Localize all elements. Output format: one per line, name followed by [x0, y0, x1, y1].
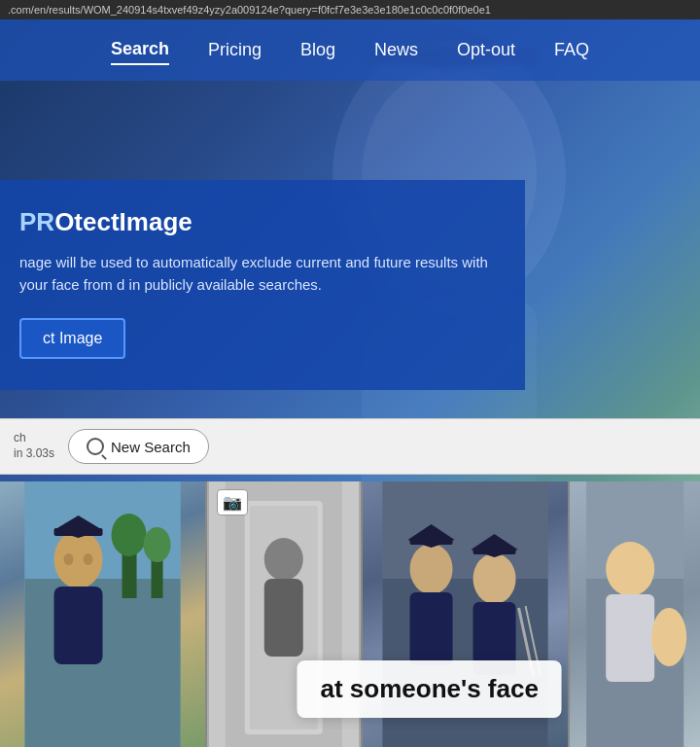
svg-rect-29 — [409, 592, 452, 665]
results-time-value: in 3.03s — [14, 446, 54, 462]
svg-point-26 — [409, 544, 452, 594]
search-icon — [87, 438, 104, 455]
nav-item-pricing[interactable]: Pricing — [208, 36, 262, 64]
svg-point-16 — [64, 553, 74, 565]
image-cell-4 — [570, 481, 700, 747]
navigation-bar: Search Pricing Blog News Opt-out FAQ — [0, 19, 700, 81]
nav-links: Search Pricing Blog News Opt-out FAQ — [111, 35, 589, 65]
svg-rect-40 — [606, 594, 654, 682]
results-time-label: ch — [14, 431, 54, 446]
new-search-button[interactable]: New Search — [68, 429, 209, 464]
protect-title-pr: PR — [19, 207, 54, 236]
grad-image-left-svg — [0, 481, 205, 747]
results-bar: ch in 3.03s New Search — [0, 418, 700, 475]
results-time: ch in 3.03s — [14, 431, 54, 461]
svg-point-30 — [472, 553, 515, 604]
image-cell-1 — [0, 481, 205, 747]
svg-point-39 — [606, 542, 654, 596]
camera-icon: 📷 — [217, 489, 248, 516]
nav-item-faq[interactable]: FAQ — [554, 36, 589, 64]
protect-image-button[interactable]: ct Image — [19, 318, 125, 359]
nav-item-blog[interactable]: Blog — [300, 36, 335, 64]
protect-description: nage will be used to automatically exclu… — [19, 251, 494, 297]
svg-point-41 — [651, 608, 686, 666]
new-search-label: New Search — [111, 439, 191, 455]
svg-rect-24 — [382, 481, 547, 579]
svg-rect-22 — [264, 579, 303, 657]
url-bar: .com/en/results/WOM_240914s4txvef49z4yzy… — [0, 0, 700, 19]
svg-point-12 — [54, 530, 103, 588]
svg-point-21 — [264, 538, 303, 581]
nav-item-optout[interactable]: Opt-out — [457, 36, 515, 64]
svg-point-9 — [112, 514, 147, 556]
protect-title: PROtectImage — [19, 207, 494, 237]
protect-image-card: PROtectImage nage will be used to automa… — [0, 180, 525, 390]
caption-overlay: at someone's face — [298, 660, 562, 718]
protect-title-rest: OtectImage — [54, 207, 192, 236]
nav-item-news[interactable]: News — [374, 36, 418, 64]
grad-image-right-svg — [570, 481, 700, 747]
svg-rect-15 — [54, 587, 103, 664]
nav-item-search[interactable]: Search — [111, 35, 169, 65]
svg-point-11 — [144, 527, 171, 562]
svg-point-17 — [84, 553, 93, 565]
